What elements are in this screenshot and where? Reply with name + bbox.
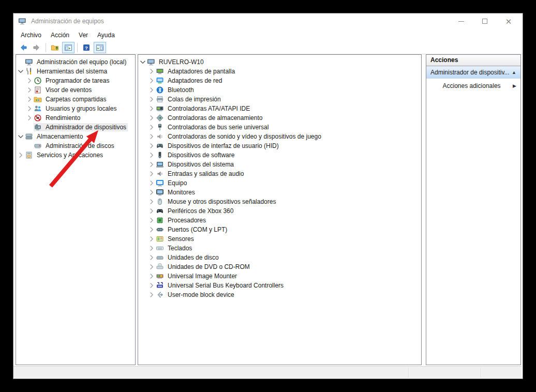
device-category-monitores[interactable]: Monitores: [138, 188, 421, 197]
device-category-colas-de-impresion[interactable]: Colas de impresión: [138, 95, 421, 104]
expand-button[interactable]: [147, 281, 156, 290]
device-category-teclados[interactable]: Teclados: [138, 244, 421, 253]
forward-arrow-icon: [33, 43, 41, 52]
menu-archivo[interactable]: Archivo: [16, 29, 46, 41]
console-tree-item-carpetas-compartidas[interactable]: Carpetas compartidas: [16, 95, 135, 104]
expand-button[interactable]: [147, 291, 156, 299]
expand-button[interactable]: [147, 235, 156, 243]
console-tree-item-programador-de-tareas[interactable]: Programador de tareas: [16, 76, 135, 85]
expand-button[interactable]: [147, 188, 156, 197]
device-category-user-mode-block-device[interactable]: User-mode block device: [138, 290, 421, 299]
expand-button[interactable]: [147, 142, 156, 150]
expand-button[interactable]: [147, 151, 156, 159]
device-category-controladoras-ata-atapi-ide[interactable]: Controladoras ATA/ATAPI IDE: [138, 104, 421, 113]
close-button[interactable]: ✕: [497, 13, 520, 29]
console-tree-item-administracion-del-equipo-local[interactable]: Administración del equipo (local): [16, 57, 135, 67]
chevron-down-icon: [17, 67, 25, 76]
expand-button[interactable]: [25, 95, 34, 103]
tree-indent: [16, 86, 25, 94]
device-tree-root[interactable]: RUVELRO-W10: [138, 57, 421, 67]
console-tree-item-herramientas-del-sistema[interactable]: Herramientas del sistema: [16, 67, 135, 76]
device-category-controladoras-de-sonido-y-video-y-dispositivos-de-juego[interactable]: Controladoras de sonido y vídeo y dispos…: [138, 132, 421, 141]
expand-button[interactable]: [147, 86, 156, 94]
back-button[interactable]: [17, 42, 29, 53]
device-category-perifericos-de-xbox-360[interactable]: Periféricos de Xbox 360: [138, 206, 421, 216]
device-category-universal-serial-bus-keyboard-controllers[interactable]: Universal Serial Bus Keyboard Controller…: [138, 281, 421, 290]
expand-button[interactable]: [147, 160, 156, 169]
expand-button[interactable]: [25, 114, 34, 122]
tree-item-label: Universal Serial Bus Keyboard Controller…: [166, 281, 285, 290]
expand-button[interactable]: [147, 272, 156, 280]
title-bar: Administración de equipos ✕: [13, 13, 523, 29]
device-category-bluetooth[interactable]: Bluetooth: [138, 85, 421, 95]
status-bar: [13, 366, 522, 378]
console-tree-item-visor-de-eventos[interactable]: Visor de eventos: [16, 85, 135, 95]
device-category-dispositivos-de-interfaz-de-usuario-hid[interactable]: Dispositivos de interfaz de usuario (HID…: [138, 141, 421, 150]
status-bar-divider: [408, 368, 409, 378]
expand-button[interactable]: [147, 77, 156, 85]
menu-ver[interactable]: Ver: [74, 29, 93, 41]
device-category-unidades-de-dvd-o-cd-rom[interactable]: Unidades de DVD o CD-ROM: [138, 262, 421, 272]
device-category-adaptadores-de-red[interactable]: Adaptadores de red: [138, 76, 421, 85]
device-category-unidades-de-disco[interactable]: Unidades de disco: [138, 253, 421, 262]
show-action-pane-button[interactable]: [94, 42, 106, 53]
device-category-controladoras-de-bus-serie-universal[interactable]: Controladoras de bus serie universal: [138, 123, 421, 132]
up-one-level-button[interactable]: [49, 42, 61, 53]
help-button[interactable]: ?: [80, 42, 93, 53]
usb-keyboard-icon: [156, 281, 164, 290]
expand-button[interactable]: [25, 104, 34, 113]
console-tree-item-servicios-y-aplicaciones[interactable]: Servicios y Aplicaciones: [16, 150, 135, 160]
expand-button[interactable]: [147, 123, 156, 131]
device-category-adaptadores-de-pantalla[interactable]: Adaptadores de pantalla: [138, 67, 421, 76]
expand-button[interactable]: [147, 225, 156, 234]
device-category-dispositivos-del-sistema[interactable]: Dispositivos del sistema: [138, 160, 421, 169]
show-console-tree-button[interactable]: [62, 42, 75, 53]
console-tree-item-administrador-de-dispositivos[interactable]: Administrador de dispositivos: [16, 123, 135, 132]
console-tree-item-usuarios-y-grupos-locales[interactable]: Usuarios y grupos locales: [16, 104, 135, 113]
expand-button[interactable]: [147, 244, 156, 252]
collapse-button[interactable]: [16, 132, 25, 141]
minimize-button[interactable]: [449, 13, 473, 29]
expand-button[interactable]: [147, 170, 156, 178]
device-category-entradas-y-salidas-de-audio[interactable]: Entradas y salidas de audio: [138, 169, 421, 178]
expand-button[interactable]: [147, 114, 156, 122]
expand-button[interactable]: [147, 216, 156, 224]
bluetooth-icon: [156, 86, 164, 94]
device-category-equipo[interactable]: Equipo: [138, 178, 421, 188]
device-category-mouse-y-otros-dispositivos-senaladores[interactable]: Mouse y otros dispositivos señaladores: [138, 197, 421, 206]
collapse-icon[interactable]: ▲: [512, 70, 516, 75]
actions-item-acciones-adicionales[interactable]: Acciones adicionales▶: [426, 79, 520, 93]
menu-accion[interactable]: Acción: [46, 29, 74, 41]
expand-button[interactable]: [147, 253, 156, 262]
forward-button[interactable]: [31, 42, 43, 53]
actions-group-device-manager[interactable]: Administrador de dispositiv... ▲: [426, 66, 520, 79]
maximize-button[interactable]: [473, 13, 497, 29]
expand-button[interactable]: [147, 95, 156, 103]
collapse-button[interactable]: [138, 58, 147, 66]
expand-button[interactable]: [16, 151, 25, 159]
console-tree-item-administracion-de-discos[interactable]: Administración de discos: [16, 141, 135, 150]
expand-button[interactable]: [25, 86, 34, 94]
sound-video-icon: [156, 132, 164, 141]
device-category-procesadores[interactable]: Procesadores: [138, 216, 421, 225]
computer-device-icon: [156, 179, 164, 187]
expand-button[interactable]: [147, 198, 156, 206]
expand-button[interactable]: [147, 207, 156, 215]
expand-button[interactable]: [25, 77, 34, 85]
device-category-sensores[interactable]: Sensores: [138, 234, 421, 244]
expand-button[interactable]: [147, 67, 156, 76]
storage-icon: [25, 132, 33, 141]
collapse-button[interactable]: [16, 67, 25, 76]
expand-button[interactable]: [147, 263, 156, 271]
device-category-dispositivos-de-software[interactable]: Dispositivos de software: [138, 150, 421, 160]
tree-item-label: Controladoras ATA/ATAPI IDE: [166, 104, 251, 113]
console-tree-item-rendimiento[interactable]: Rendimiento: [16, 113, 135, 123]
device-category-controladoras-de-almacenamiento[interactable]: Controladoras de almacenamiento: [138, 113, 421, 123]
device-category-universal-image-mounter[interactable]: Universal Image Mounter: [138, 272, 421, 281]
device-category-puertos-com-y-lpt[interactable]: Puertos (COM y LPT): [138, 225, 421, 234]
expand-button[interactable]: [147, 132, 156, 141]
expand-button[interactable]: [147, 179, 156, 187]
expand-button[interactable]: [147, 104, 156, 113]
console-tree-item-almacenamiento[interactable]: Almacenamiento: [16, 132, 135, 141]
menu-ayuda[interactable]: Ayuda: [93, 29, 120, 41]
